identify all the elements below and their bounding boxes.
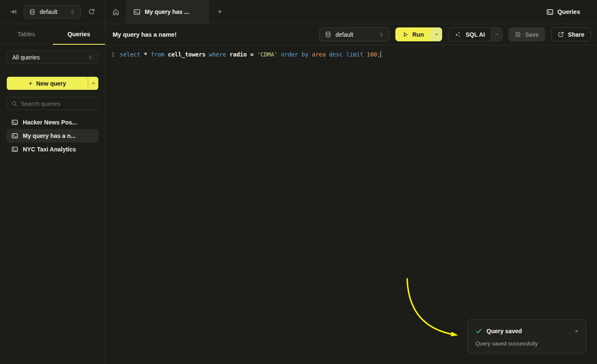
chevron-updown-icon [88,54,93,60]
refresh-icon [88,8,95,15]
tab-strip: My query has ... + Queries [105,0,597,24]
run-button[interactable]: Run [395,27,431,41]
sql-code: select * from cell_towers where radio = … [120,50,381,59]
sql-token: radio [230,51,250,58]
home-icon [112,8,119,16]
sidebar: Tables Queries All queries + New query [0,24,105,364]
query-item-label: My query has a n... [23,132,76,139]
query-toolbar: My query has a name! default [105,24,597,45]
sql-token: 'CDMA' [257,51,281,58]
sql-editor[interactable]: 1 select * from cell_towers where radio … [105,45,597,364]
sql-token: limit [346,51,367,58]
share-button[interactable]: Share [551,27,591,41]
toolbar-database-selector[interactable]: default [319,27,389,41]
tab-my-query[interactable]: My query has ... [126,0,209,24]
sql-token: where [209,51,230,58]
sidebar-tab-tables[interactable]: Tables [0,24,53,44]
sparkles-icon [454,31,461,38]
topbar-spacer [230,0,546,24]
code-line: 1 select * from cell_towers where radio … [105,50,597,59]
queries-panel-label: Queries [557,8,580,15]
sql-token: area [312,51,329,58]
chevron-updown-icon [70,9,75,15]
main-panel: My query has a name! default [105,24,597,364]
run-label: Run [412,31,424,38]
text-cursor [381,51,381,58]
sql-console-app: default My que [0,0,597,364]
sidebar-tabs: Tables Queries [0,24,105,45]
sql-ai-dropdown-button[interactable] [491,28,502,41]
sql-token: select [120,51,144,58]
plus-icon: + [217,7,222,16]
topbar-database-selector[interactable]: default [24,5,81,19]
toast-close-button[interactable]: × [574,327,579,335]
search-queries-box [7,97,98,110]
database-icon [29,9,35,15]
sql-token: from [151,51,168,58]
home-button[interactable] [105,0,126,24]
terminal-icon [11,132,18,139]
search-queries-input[interactable] [21,100,97,107]
check-icon [475,328,482,334]
refresh-button[interactable] [86,6,97,18]
run-dropdown-button[interactable] [431,27,442,41]
chevron-down-icon [91,81,96,86]
save-icon [515,31,521,38]
terminal-icon [133,8,140,16]
line-number: 1 [105,50,120,59]
new-query-label: New query [36,80,66,87]
body: Tables Queries All queries + New query [0,24,597,364]
toast-message: Query saved successfully [475,340,579,347]
collapse-sidebar-button[interactable] [8,6,19,18]
toolbar-database-value: default [335,31,353,38]
sql-ai-button[interactable]: SQL AI [448,28,491,41]
query-title: My query has a name! [113,31,177,38]
save-label: Save [525,31,539,38]
new-query-dropdown-button[interactable] [88,77,98,90]
query-list-item[interactable]: NYC Taxi Analytics [7,143,98,156]
new-tab-button[interactable]: + [209,0,230,24]
save-button[interactable]: Save [508,27,545,41]
topbar-database-value: default [40,8,57,15]
search-icon [11,101,17,107]
database-icon [325,31,331,38]
close-icon: × [575,327,578,334]
query-list-item-selected[interactable]: My query has a n... [7,129,98,143]
query-item-label: NYC Taxi Analytics [23,146,76,153]
terminal-icon [11,119,18,126]
sql-token: cell_towers [168,51,209,58]
play-icon [403,32,408,38]
run-split-button: Run [395,27,442,41]
top-bar: default My que [0,0,597,24]
sql-token: 100 [367,51,377,58]
queries-filter-value: All queries [12,54,40,61]
sql-token: = [250,51,257,58]
sql-ai-label: SQL AI [465,31,485,38]
sidebar-body: All queries + New query [0,45,105,162]
collapse-sidebar-icon [10,8,17,15]
share-label: Share [568,31,584,38]
chevron-down-icon [434,32,439,37]
queries-panel-button[interactable]: Queries [546,0,580,24]
query-list-item[interactable]: Hacker News Pos... [7,116,98,129]
queries-filter-selector[interactable]: All queries [7,51,98,64]
sql-token: desc [329,51,346,58]
new-query-button[interactable]: + New query [7,77,88,90]
query-list: Hacker News Pos... My query has a n... N… [7,116,98,156]
sql-token: * [144,51,151,58]
query-item-label: Hacker News Pos... [23,119,77,126]
sidebar-tab-queries[interactable]: Queries [53,24,105,44]
sql-ai-split-button: SQL AI [448,27,502,41]
toast-header: Query saved × [475,327,579,335]
share-icon [558,31,564,38]
top-bar-left: default [0,0,105,24]
terminal-icon [546,8,554,16]
new-query-split-button: + New query [7,77,98,90]
plus-icon: + [28,80,32,87]
terminal-icon [11,146,18,153]
chevron-updown-icon [379,32,384,38]
sql-token: ; [377,51,381,58]
tab-label: My query has ... [145,8,189,15]
sql-token: order by [281,51,312,58]
toast-query-saved: Query saved × Query saved successfully [467,319,586,353]
